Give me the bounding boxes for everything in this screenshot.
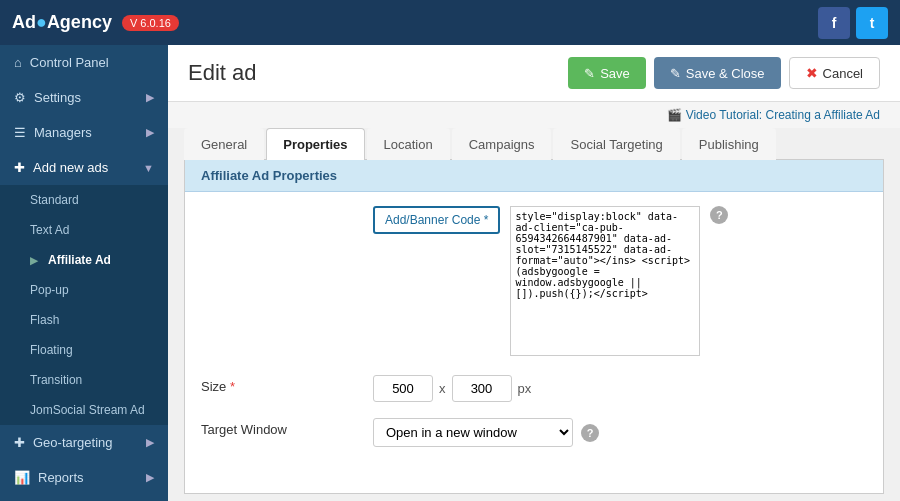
help-icon[interactable]: ? xyxy=(710,206,728,224)
plus-icon: ✚ xyxy=(14,160,25,175)
chart-icon: 📊 xyxy=(14,470,30,485)
sidebar-item-managers[interactable]: ☰ Managers ▶ xyxy=(0,115,168,150)
sidebar-item-control-panel[interactable]: ⌂ Control Panel xyxy=(0,45,168,80)
list-icon: ☰ xyxy=(14,125,26,140)
chevron-right-icon: ▶ xyxy=(146,471,154,484)
sidebar-submenu: Standard Text Ad ▶ Affiliate Ad Pop-up F… xyxy=(0,185,168,425)
code-input-area: Add/Banner Code * style="display:block" … xyxy=(373,206,728,359)
main-content: Edit ad ✎ Save ✎ Save & Close ✖ Cancel 🎬… xyxy=(168,45,900,501)
page-title: Edit ad xyxy=(188,60,257,86)
sidebar: ⌂ Control Panel ⚙ Settings ▶ ☰ Managers … xyxy=(0,45,168,501)
form-body: Add/Banner Code * style="display:block" … xyxy=(185,192,883,477)
cancel-icon: ✖ xyxy=(806,65,818,81)
action-buttons: ✎ Save ✎ Save & Close ✖ Cancel xyxy=(568,57,880,89)
app-logo: Ad●Agency xyxy=(12,12,112,33)
tab-general[interactable]: General xyxy=(184,128,264,160)
chevron-right-icon: ▶ xyxy=(146,436,154,449)
chevron-right-icon: ▶ xyxy=(146,126,154,139)
video-tutorial-link[interactable]: Video Tutorial: Creating a Affiliate Ad xyxy=(686,108,880,122)
sidebar-item-standard[interactable]: Standard xyxy=(0,185,168,215)
tab-location[interactable]: Location xyxy=(367,128,450,160)
code-textarea-wrapper: style="display:block" data-ad-client="ca… xyxy=(510,206,700,359)
size-row: Size * x px xyxy=(201,375,867,402)
code-textarea[interactable]: style="display:block" data-ad-client="ca… xyxy=(510,206,700,356)
sidebar-item-add-new-ads[interactable]: ✚ Add new ads ▼ xyxy=(0,150,168,185)
chevron-down-icon: ▼ xyxy=(143,162,154,174)
logo-area: Ad●Agency V 6.0.16 xyxy=(12,12,179,33)
home-icon: ⌂ xyxy=(14,55,22,70)
tab-properties[interactable]: Properties xyxy=(266,128,364,160)
sidebar-item-transition[interactable]: Transition xyxy=(0,365,168,395)
save-icon: ✎ xyxy=(584,66,595,81)
save-close-icon: ✎ xyxy=(670,66,681,81)
size-width-input[interactable] xyxy=(373,375,433,402)
target-window-select[interactable]: Open in a new window Open in same window… xyxy=(373,418,573,447)
size-unit-label: px xyxy=(518,381,532,396)
plus-circle-icon: ✚ xyxy=(14,435,25,450)
sidebar-item-text-ad[interactable]: Text Ad xyxy=(0,215,168,245)
sidebar-item-settings[interactable]: ⚙ Settings ▶ xyxy=(0,80,168,115)
app-header: Ad●Agency V 6.0.16 f t xyxy=(0,0,900,45)
gear-icon: ⚙ xyxy=(14,90,26,105)
tab-publishing[interactable]: Publishing xyxy=(682,128,776,160)
twitter-button[interactable]: t xyxy=(856,7,888,39)
main-header: Edit ad ✎ Save ✎ Save & Close ✖ Cancel xyxy=(168,45,900,102)
size-height-input[interactable] xyxy=(452,375,512,402)
banner-code-row: Add/Banner Code * style="display:block" … xyxy=(201,206,867,359)
size-x-separator: x xyxy=(439,381,446,396)
target-window-label: Target Window xyxy=(201,418,361,437)
app-layout: ⌂ Control Panel ⚙ Settings ▶ ☰ Managers … xyxy=(0,45,900,501)
sidebar-item-floating[interactable]: Floating xyxy=(0,335,168,365)
video-link-bar: 🎬 Video Tutorial: Creating a Affiliate A… xyxy=(168,102,900,128)
tab-social-targeting[interactable]: Social Targeting xyxy=(553,128,679,160)
arrow-icon: ▶ xyxy=(30,255,38,266)
tab-campaigns[interactable]: Campaigns xyxy=(452,128,552,160)
facebook-button[interactable]: f xyxy=(818,7,850,39)
sidebar-item-reports[interactable]: 📊 Reports ▶ xyxy=(0,460,168,495)
size-inputs: x px xyxy=(373,375,531,402)
target-help-icon[interactable]: ? xyxy=(581,424,599,442)
required-marker: * xyxy=(230,379,235,394)
chevron-right-icon: ▶ xyxy=(146,91,154,104)
save-close-button[interactable]: ✎ Save & Close xyxy=(654,57,781,89)
save-button[interactable]: ✎ Save xyxy=(568,57,646,89)
video-icon: 🎬 xyxy=(667,108,682,122)
sidebar-item-geo-targeting[interactable]: ✚ Geo-targeting ▶ xyxy=(0,425,168,460)
add-banner-button[interactable]: Add/Banner Code * xyxy=(373,206,500,234)
content-area: General Properties Location Campaigns So… xyxy=(168,128,900,501)
social-icons: f t xyxy=(818,7,888,39)
panel-header: Affiliate Ad Properties xyxy=(185,160,883,192)
sidebar-item-jomsocial[interactable]: JomSocial Stream Ad xyxy=(0,395,168,425)
size-label: Size * xyxy=(201,375,361,394)
banner-code-label xyxy=(201,206,361,210)
version-badge: V 6.0.16 xyxy=(122,15,179,31)
target-window-row: Target Window Open in a new window Open … xyxy=(201,418,867,447)
sidebar-item-flash[interactable]: Flash xyxy=(0,305,168,335)
tab-bar: General Properties Location Campaigns So… xyxy=(184,128,884,160)
cancel-button[interactable]: ✖ Cancel xyxy=(789,57,880,89)
sidebar-item-popup[interactable]: Pop-up xyxy=(0,275,168,305)
sidebar-item-affiliate-ad[interactable]: ▶ Affiliate Ad xyxy=(0,245,168,275)
form-panel: Affiliate Ad Properties Add/Banner Code … xyxy=(184,160,884,494)
